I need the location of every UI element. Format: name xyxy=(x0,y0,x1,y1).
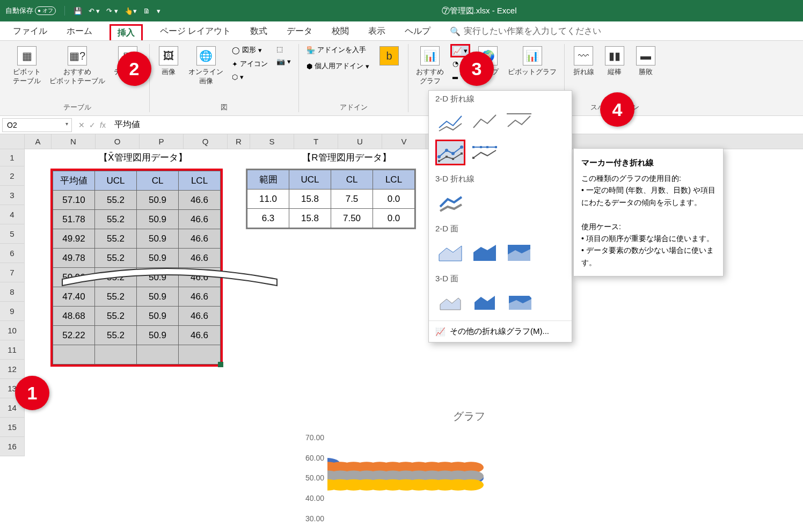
undo-icon[interactable]: ↶ ▾ xyxy=(89,7,100,15)
table-cell[interactable]: 46.6 xyxy=(179,287,221,307)
col-header-A[interactable]: A xyxy=(25,134,52,149)
screenshot-button[interactable]: 📷▾ xyxy=(274,56,293,67)
row-header-7[interactable]: 7 xyxy=(0,263,25,282)
tab-formulas[interactable]: 数式 xyxy=(248,23,269,40)
sparkline-column-button[interactable]: ▮▮縦棒 xyxy=(601,44,628,79)
chart-type-3d-line[interactable] xyxy=(435,190,465,215)
table-cell[interactable]: 55.2 xyxy=(95,287,137,307)
icons-button[interactable]: ✦アイコン xyxy=(230,58,270,70)
table-cell[interactable]: 47.40 xyxy=(53,287,95,307)
table-cell[interactable]: 52.22 xyxy=(53,326,95,345)
table-cell[interactable]: 55.2 xyxy=(95,326,137,345)
sparkline-winloss-button[interactable]: ▬勝敗 xyxy=(632,44,659,79)
tab-insert[interactable]: 挿入 xyxy=(110,24,143,40)
table-cell[interactable]: 55.2 xyxy=(95,229,137,249)
pivot-table-button[interactable]: ▦ピボット テーブル xyxy=(11,44,43,88)
table-cell[interactable]: 57.10 xyxy=(53,191,95,210)
col-header-V[interactable]: V xyxy=(382,134,426,149)
chart-type-3d-100-stacked-area[interactable] xyxy=(504,289,534,315)
more-line-charts[interactable]: 📈その他の折れ線グラフ(M)... xyxy=(429,320,572,342)
redo-icon[interactable]: ↷ ▾ xyxy=(106,7,118,15)
table-cell[interactable]: 46.6 xyxy=(179,307,221,326)
row-header-10[interactable]: 10 xyxy=(0,321,25,340)
row-header-2[interactable]: 2 xyxy=(0,166,25,186)
tab-file[interactable]: ファイル xyxy=(11,23,49,40)
chart-type-line-markers[interactable] xyxy=(435,140,465,165)
chart-preview[interactable]: グラフ 70.0060.0050.0040.0030.0020.0010.000… xyxy=(281,405,657,532)
tab-help[interactable]: ヘルプ xyxy=(403,23,433,40)
tab-view[interactable]: 表示 xyxy=(366,23,388,40)
table-cell[interactable]: 46.6 xyxy=(179,229,221,249)
table-cell[interactable]: 50.9 xyxy=(137,287,179,307)
chart-type-stacked-line[interactable] xyxy=(470,110,500,135)
print-preview-icon[interactable]: 🗎 xyxy=(143,7,150,15)
col-header-O[interactable]: O xyxy=(96,134,140,149)
row-header-11[interactable]: 11 xyxy=(0,340,25,360)
col-header-T[interactable]: T xyxy=(294,134,338,149)
chart-type-3d-area[interactable] xyxy=(435,289,465,315)
online-image-button[interactable]: 🌐オンライン 画像 xyxy=(186,44,225,88)
col-header-Q[interactable]: Q xyxy=(184,134,228,149)
save-icon[interactable]: 💾 xyxy=(74,7,82,15)
table-cell[interactable]: 55.2 xyxy=(95,307,137,326)
table-cell[interactable]: 15.8 xyxy=(289,190,331,209)
select-all-corner[interactable] xyxy=(0,134,25,149)
row-header-4[interactable]: 4 xyxy=(0,205,25,224)
table-cell[interactable]: 50.9 xyxy=(137,326,179,345)
recommended-pivot-button[interactable]: ▦?おすすめ ピボットテーブル xyxy=(47,44,107,88)
row-header-6[interactable]: 6 xyxy=(0,244,25,263)
col-header-P[interactable]: P xyxy=(140,134,184,149)
name-box[interactable]: O2 xyxy=(2,118,72,132)
table-cell[interactable]: 55.2 xyxy=(95,191,137,210)
cancel-formula-icon[interactable]: ✕ xyxy=(78,121,85,129)
3d-model-button[interactable]: ⬡ ▾ xyxy=(230,72,270,82)
tab-review[interactable]: 校閲 xyxy=(330,23,351,40)
table-cell[interactable]: 6.3 xyxy=(247,209,289,228)
row-header-16[interactable]: 16 xyxy=(0,437,25,456)
chart-type-100-stacked-area[interactable] xyxy=(504,239,534,265)
table-cell[interactable]: 46.6 xyxy=(179,326,221,345)
table-cell[interactable]: 7.50 xyxy=(331,209,373,228)
table-cell[interactable]: 49.78 xyxy=(53,249,95,268)
table-cell[interactable]: 50.96 xyxy=(53,268,95,287)
table-cell[interactable]: 50.9 xyxy=(137,210,179,229)
chart-type-stacked-area[interactable] xyxy=(470,239,500,265)
tab-page-layout[interactable]: ページ レイアウト xyxy=(158,23,233,40)
col-header-R[interactable]: R xyxy=(228,134,250,149)
table-cell[interactable]: 46.6 xyxy=(179,191,221,210)
table-cell[interactable]: 55.2 xyxy=(95,268,137,287)
table-cell[interactable]: 46.6 xyxy=(179,210,221,229)
table-cell[interactable]: 15.8 xyxy=(289,209,331,228)
pivot-chart-button[interactable]: 📊ピボットグラフ xyxy=(506,44,559,79)
row-header-8[interactable]: 8 xyxy=(0,282,25,302)
get-addins-button[interactable]: 🏪アドインを入手 xyxy=(304,44,371,56)
table-cell[interactable]: 0.0 xyxy=(373,190,415,209)
row-header-3[interactable]: 3 xyxy=(0,186,25,205)
recommended-charts-button[interactable]: 📊おすすめ グラフ xyxy=(414,44,446,88)
chart-type-area[interactable] xyxy=(435,239,465,265)
shapes-button[interactable]: ◯図形 ▾ xyxy=(230,44,270,56)
qat-more-icon[interactable]: ▾ xyxy=(157,7,160,15)
table-cell[interactable]: 0.0 xyxy=(373,209,415,228)
col-header-N[interactable]: N xyxy=(52,134,96,149)
table-xbar-data[interactable]: 平均値UCLCLLCL57.1055.250.946.651.7855.250.… xyxy=(50,169,223,367)
chart-type-stacked-line-markers[interactable] xyxy=(470,140,500,165)
table-cell[interactable]: 48.68 xyxy=(53,307,95,326)
selection-handle[interactable] xyxy=(218,362,223,367)
table-cell[interactable]: 49.92 xyxy=(53,229,95,249)
smartart-button[interactable]: ⬚ xyxy=(274,44,293,54)
table-cell[interactable]: 46.6 xyxy=(179,268,221,287)
table-cell[interactable]: 7.5 xyxy=(331,190,373,209)
row-header-12[interactable]: 12 xyxy=(0,360,25,379)
tell-me-search[interactable]: 🔍実行したい作業を入力してください xyxy=(448,23,603,40)
table-cell[interactable]: 50.9 xyxy=(137,191,179,210)
sparkline-line-button[interactable]: 〰折れ線 xyxy=(570,44,597,79)
table-cell[interactable]: 46.6 xyxy=(179,249,221,268)
autosave-toggle[interactable]: 自動保存 ● オフ xyxy=(5,6,56,16)
table-cell[interactable]: 50.9 xyxy=(137,229,179,249)
table-cell[interactable]: 51.78 xyxy=(53,210,95,229)
row-header-9[interactable]: 9 xyxy=(0,302,25,321)
bing-button[interactable]: b xyxy=(376,44,403,68)
tab-data[interactable]: データ xyxy=(284,23,315,40)
row-header-5[interactable]: 5 xyxy=(0,224,25,244)
